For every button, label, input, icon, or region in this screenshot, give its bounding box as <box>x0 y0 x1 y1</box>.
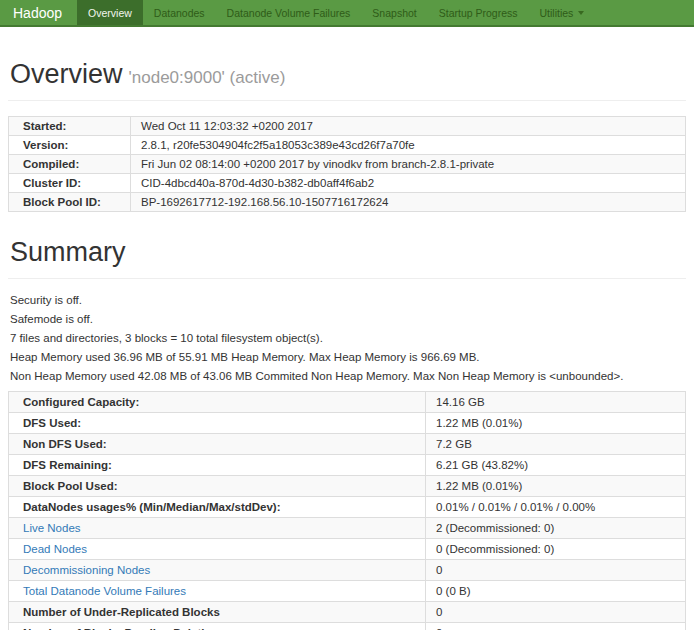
table-row: Started:Wed Oct 11 12:03:32 +0200 2017 <box>9 117 686 136</box>
table-row: Block Pool ID:BP-1692617712-192.168.56.1… <box>9 193 686 212</box>
row-label: Started: <box>9 117 131 136</box>
row-label-text: Number of Under-Replicated Blocks <box>23 606 220 618</box>
summary-paragraph: Non Heap Memory used 42.08 MB of 43.06 M… <box>10 370 686 382</box>
row-label: Compiled: <box>9 155 131 174</box>
nav-item-datanode-volume-failures: Datanode Volume Failures <box>216 0 362 25</box>
nav-link-datanode-volume-failures[interactable]: Datanode Volume Failures <box>216 0 362 25</box>
table-row: Non DFS Used:7.2 GB <box>9 434 686 455</box>
nav-link-label: Datanode Volume Failures <box>227 7 351 19</box>
nav-item-snapshot: Snapshot <box>361 0 427 25</box>
row-label-text: DFS Used: <box>23 417 81 429</box>
table-row: Number of Blocks Pending Deletion0 <box>9 623 686 630</box>
navbar: Hadoop OverviewDatanodesDatanode Volume … <box>0 0 694 27</box>
table-row: Configured Capacity:14.16 GB <box>9 392 686 413</box>
row-label: Block Pool Used: <box>9 476 426 497</box>
row-label-text: Started: <box>23 120 66 132</box>
summary-paragraph: Security is off. <box>10 294 686 306</box>
row-value: 0 (0 B) <box>426 581 686 602</box>
row-value: 0 (Decommissioned: 0) <box>426 539 686 560</box>
row-label-text: Version: <box>23 139 68 151</box>
row-value: 14.16 GB <box>426 392 686 413</box>
row-value: 2.8.1, r20fe5304904fc2f5a18053c389e43cd2… <box>131 136 686 155</box>
nav-item-utilities: Utilities <box>529 0 596 25</box>
row-value: 0 <box>426 623 686 630</box>
page-subtitle: 'node0:9000' (active) <box>129 68 286 87</box>
table-row: Compiled:Fri Jun 02 08:14:00 +0200 2017 … <box>9 155 686 174</box>
row-label: Total Datanode Volume Failures <box>9 581 426 602</box>
nav-link-datanodes[interactable]: Datanodes <box>143 0 216 25</box>
table-row: Block Pool Used:1.22 MB (0.01%) <box>9 476 686 497</box>
nav-link-label: Utilities <box>540 7 574 19</box>
row-label: Non DFS Used: <box>9 434 426 455</box>
table-row: Live Nodes2 (Decommissioned: 0) <box>9 518 686 539</box>
row-link-decommissioning-nodes[interactable]: Decommissioning Nodes <box>23 564 150 576</box>
summary-paragraph: 7 files and directories, 3 blocks = 10 t… <box>10 332 686 344</box>
table-row: DFS Remaining:6.21 GB (43.82%) <box>9 455 686 476</box>
row-label: Version: <box>9 136 131 155</box>
row-label: Block Pool ID: <box>9 193 131 212</box>
summary-stats-table: Configured Capacity:14.16 GBDFS Used:1.2… <box>8 391 686 630</box>
nav-link-utilities[interactable]: Utilities <box>529 0 596 25</box>
summary-paragraph: Safemode is off. <box>10 313 686 325</box>
row-value: Wed Oct 11 12:03:32 +0200 2017 <box>131 117 686 136</box>
main-content: Overview'node0:9000' (active) Started:We… <box>0 59 694 630</box>
row-label-text: Block Pool ID: <box>23 196 101 208</box>
table-row: Cluster ID:CID-4dbcd40a-870d-4d30-b382-d… <box>9 174 686 193</box>
table-row: DataNodes usages% (Min/Median/Max/stdDev… <box>9 497 686 518</box>
nav-link-label: Datanodes <box>154 7 205 19</box>
row-label: Number of Blocks Pending Deletion <box>9 623 426 630</box>
row-value: 6.21 GB (43.82%) <box>426 455 686 476</box>
nav-link-overview[interactable]: Overview <box>77 0 143 25</box>
divider <box>8 278 686 279</box>
row-label: DFS Remaining: <box>9 455 426 476</box>
row-value: 1.22 MB (0.01%) <box>426 413 686 434</box>
row-label-text: DataNodes usages% (Min/Median/Max/stdDev… <box>23 501 281 513</box>
summary-text: Security is off.Safemode is off.7 files … <box>10 294 686 382</box>
row-link-dead-nodes[interactable]: Dead Nodes <box>23 543 87 555</box>
table-row: Total Datanode Volume Failures0 (0 B) <box>9 581 686 602</box>
row-label-text: DFS Remaining: <box>23 459 112 471</box>
row-label-text: Cluster ID: <box>23 177 81 189</box>
brand-logo[interactable]: Hadoop <box>0 0 77 25</box>
row-label: DFS Used: <box>9 413 426 434</box>
row-value: Fri Jun 02 08:14:00 +0200 2017 by vinodk… <box>131 155 686 174</box>
row-value: 0.01% / 0.01% / 0.01% / 0.00% <box>426 497 686 518</box>
summary-title: Summary <box>10 237 686 268</box>
row-link-total-datanode-volume-failures[interactable]: Total Datanode Volume Failures <box>23 585 186 597</box>
row-label: Cluster ID: <box>9 174 131 193</box>
row-label: DataNodes usages% (Min/Median/Max/stdDev… <box>9 497 426 518</box>
nav-link-label: Snapshot <box>372 7 416 19</box>
row-link-live-nodes[interactable]: Live Nodes <box>23 522 81 534</box>
row-label: Number of Under-Replicated Blocks <box>9 602 426 623</box>
row-value: 0 <box>426 560 686 581</box>
nav-item-datanodes: Datanodes <box>143 0 216 25</box>
row-label-text: Non DFS Used: <box>23 438 107 450</box>
row-value: CID-4dbcd40a-870d-4d30-b382-db0aff4f6ab2 <box>131 174 686 193</box>
nav-item-startup-progress: Startup Progress <box>428 0 529 25</box>
nav-link-startup-progress[interactable]: Startup Progress <box>428 0 529 25</box>
row-label: Live Nodes <box>9 518 426 539</box>
table-row: Version:2.8.1, r20fe5304904fc2f5a18053c3… <box>9 136 686 155</box>
row-value: BP-1692617712-192.168.56.10-150771617262… <box>131 193 686 212</box>
row-value: 2 (Decommissioned: 0) <box>426 518 686 539</box>
row-label: Dead Nodes <box>9 539 426 560</box>
nav-link-label: Overview <box>88 7 132 19</box>
table-row: Number of Under-Replicated Blocks0 <box>9 602 686 623</box>
divider <box>8 100 686 101</box>
table-row: Decommissioning Nodes0 <box>9 560 686 581</box>
overview-info-table: Started:Wed Oct 11 12:03:32 +0200 2017Ve… <box>8 116 686 212</box>
row-value: 1.22 MB (0.01%) <box>426 476 686 497</box>
chevron-down-icon <box>578 11 584 15</box>
nav-item-overview: Overview <box>77 0 143 25</box>
summary-paragraph: Heap Memory used 36.96 MB of 55.91 MB He… <box>10 351 686 363</box>
navbar-menu: OverviewDatanodesDatanode Volume Failure… <box>77 0 595 25</box>
row-value: 7.2 GB <box>426 434 686 455</box>
table-row: Dead Nodes0 (Decommissioned: 0) <box>9 539 686 560</box>
row-label-text: Block Pool Used: <box>23 480 118 492</box>
table-row: DFS Used:1.22 MB (0.01%) <box>9 413 686 434</box>
page-title: Overview'node0:9000' (active) <box>10 59 686 90</box>
page-title-text: Overview <box>10 59 123 89</box>
row-label: Configured Capacity: <box>9 392 426 413</box>
nav-link-snapshot[interactable]: Snapshot <box>361 0 427 25</box>
nav-link-label: Startup Progress <box>439 7 518 19</box>
